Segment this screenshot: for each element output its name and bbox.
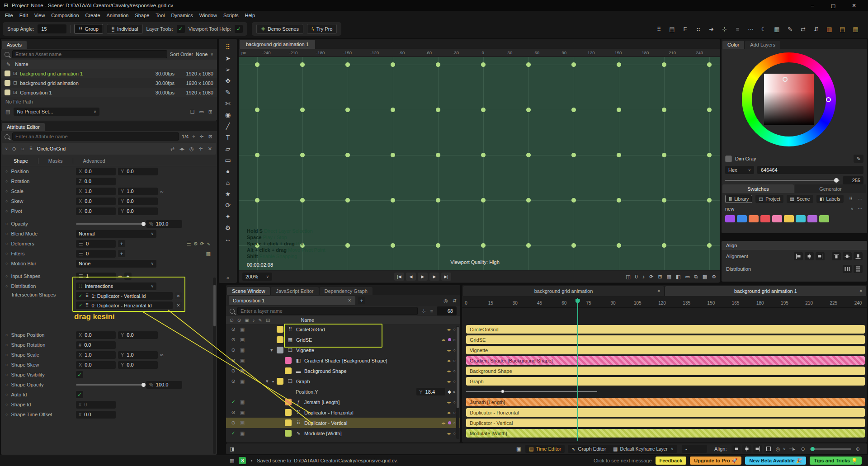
eye-icon[interactable]: ⊙ [229, 337, 238, 343]
step-back-button[interactable]: ◀ [406, 273, 416, 281]
status-button-tips[interactable]: Tips and Tricks 💡 [810, 457, 862, 465]
solo-icon[interactable]: ▣ [245, 318, 249, 323]
keyframe-circle-icon[interactable]: ○ [5, 284, 8, 288]
stack-icon[interactable]: ≡ [731, 24, 744, 34]
tab-advanced[interactable]: Advanced [78, 157, 111, 165]
layer-row[interactable]: ✓▣ƒJsmath [Length]◂▸○ [226, 397, 460, 407]
layer-row[interactable]: Position.YY18.4◆▸ [226, 386, 460, 397]
zoom-out-icon[interactable]: ⊖ [800, 446, 806, 452]
align-keys-right-button[interactable] [753, 445, 762, 453]
keyframe-circle-icon[interactable]: ○ [5, 261, 8, 266]
swap-icon[interactable]: ⇄ [797, 24, 809, 34]
polygon-tool-icon[interactable]: ⌂ [221, 177, 235, 188]
intersection-shape-field[interactable]: ✓⠿0: Duplicator - Horizontal.Id [76, 301, 173, 309]
menu-file[interactable]: File [2, 11, 16, 19]
timeline-zoom-slider[interactable] [810, 448, 851, 450]
render-visibility-icon[interactable]: ▣ [238, 410, 247, 415]
layer-row[interactable]: ⊙▣⠿CircleOnGrid◂▸○ [226, 324, 460, 334]
menu-help[interactable]: Help [242, 11, 259, 19]
columns-layout-icon[interactable]: ▥ [823, 24, 835, 34]
layer-color-chip[interactable] [285, 409, 292, 416]
keyframe-circle-icon[interactable]: ○ [5, 333, 8, 337]
wave-icon[interactable]: ∿ [207, 241, 211, 247]
audio-meter-icon[interactable]: ◫ [626, 274, 630, 280]
value-field[interactable]: #0.0 [76, 411, 116, 419]
enable-checkbox[interactable]: ✓ [229, 430, 238, 436]
more-icon[interactable]: ⋯ [857, 196, 863, 202]
sort-order-value[interactable]: None [196, 52, 208, 57]
render-visibility-icon[interactable]: ▣ [238, 347, 247, 353]
dropdown[interactable]: ∷Intersections∨ [76, 282, 156, 290]
viewport-canvas[interactable]: Hold S Direct Layer SelectionSpace Play … [239, 57, 720, 270]
asset-row[interactable]: ⊡background grid animation 130.00fps1920… [1, 69, 217, 78]
camera-tool-icon[interactable]: ◉ [221, 109, 235, 120]
render-icon[interactable]: ▤ [266, 318, 270, 323]
eye-icon[interactable]: ⊙ [229, 420, 238, 426]
render-visibility-icon[interactable]: ▣ [238, 326, 247, 332]
timeline-track-bar[interactable]: Modulate [Width] [466, 429, 865, 438]
pixel-preview-icon[interactable]: ▦ [667, 274, 671, 280]
rows-layout-icon[interactable]: ▤ [836, 24, 849, 34]
keyframe-circle-icon[interactable]: ○ [5, 241, 8, 246]
scatter-icon[interactable]: ⠶ [692, 24, 704, 34]
select-tool-icon[interactable]: ➤ [221, 52, 235, 64]
transparency-icon[interactable]: ▩ [703, 274, 707, 280]
pin-icon[interactable]: ◎ [189, 146, 195, 152]
project-set-dropdown[interactable]: No Project Set...∨ [14, 108, 99, 116]
eye-icon[interactable]: ⊙ [229, 326, 238, 332]
new-window-icon[interactable]: ▭ [198, 109, 204, 115]
line-tool-icon[interactable]: ╱ [221, 120, 235, 132]
prev-next-icon[interactable]: ◂▸ [447, 410, 451, 415]
menu-window[interactable]: Window [196, 11, 220, 19]
tab-attribute-editor[interactable]: Attribute Editor [2, 123, 45, 131]
layer-color-chip[interactable] [277, 326, 283, 333]
align-top-button[interactable] [832, 252, 841, 260]
scissors-tool-icon[interactable]: ✄ [221, 98, 235, 109]
node-icon[interactable]: ⊹ [718, 24, 731, 34]
value-field[interactable]: Z0.0 [76, 178, 116, 185]
pen-tool-icon[interactable]: ✎ [221, 86, 235, 98]
menu-edit[interactable]: Edit [16, 11, 31, 19]
stretch-tool-icon[interactable]: ↔ [221, 233, 235, 245]
tab-assets[interactable]: Assets [2, 41, 27, 49]
more-tools-button[interactable]: » [219, 275, 237, 280]
panels-icon[interactable]: ▤ [666, 24, 678, 34]
prev-next-icon[interactable]: ◂▸ [442, 421, 446, 425]
timeline-track-bar[interactable]: Jsmath [Length] [466, 398, 865, 406]
status-button-upgrade[interactable]: Upgrade to Pro 🚀 [690, 457, 741, 465]
prev-next-icon[interactable]: ◂▸ [447, 431, 451, 436]
tab-add-layers[interactable]: Add Layers [745, 41, 780, 49]
viewport-settings-icon[interactable]: ⚙ [712, 274, 716, 280]
keyframe-circle-icon[interactable]: ○ [453, 400, 456, 405]
color-swatch[interactable] [772, 215, 782, 222]
library-button-project[interactable]: ▤Project [755, 195, 783, 203]
expander-icon[interactable]: ▾ [266, 378, 272, 384]
status-button-new[interactable]: New Beta Available 🎉 [745, 457, 806, 465]
prev-next-icon[interactable]: ◂▸ [447, 358, 451, 363]
distribute-h-button[interactable] [843, 265, 852, 273]
close-icon[interactable]: ✕ [348, 298, 351, 303]
layer-color-chip[interactable] [277, 347, 283, 353]
menu-composition[interactable]: Composition [48, 11, 82, 19]
more-icon[interactable]: ⋯ [857, 206, 863, 212]
console-icon[interactable]: ▦ [229, 458, 235, 464]
add-tag-icon[interactable]: ⊹ [420, 308, 426, 314]
prev-next-icon[interactable]: ◂▸ [447, 369, 451, 373]
snap-grid-icon[interactable]: ⊞ [658, 274, 662, 280]
checkbox[interactable]: ✓ [76, 371, 83, 378]
hue-selector-dot[interactable] [826, 97, 831, 102]
check-icon[interactable]: ✓ [79, 293, 82, 298]
text-tool-icon[interactable]: T [221, 132, 235, 143]
playhead[interactable] [577, 298, 578, 441]
overlays-icon[interactable]: ⧉ [694, 274, 698, 280]
layer-color-chip[interactable] [285, 367, 292, 374]
color-swatch[interactable] [737, 215, 747, 222]
value-field[interactable]: X0.0 [76, 198, 116, 205]
color-swatch[interactable] [749, 215, 759, 222]
tab-scene-window[interactable]: Scene Window [227, 287, 270, 295]
tab-color[interactable]: Color [722, 41, 744, 49]
close-icon[interactable]: ✕ [859, 289, 863, 293]
render-visibility-icon[interactable]: ▣ [238, 430, 247, 436]
layer-color-chip[interactable] [277, 336, 283, 343]
timeline-track-bar[interactable]: Vignette [466, 346, 865, 354]
